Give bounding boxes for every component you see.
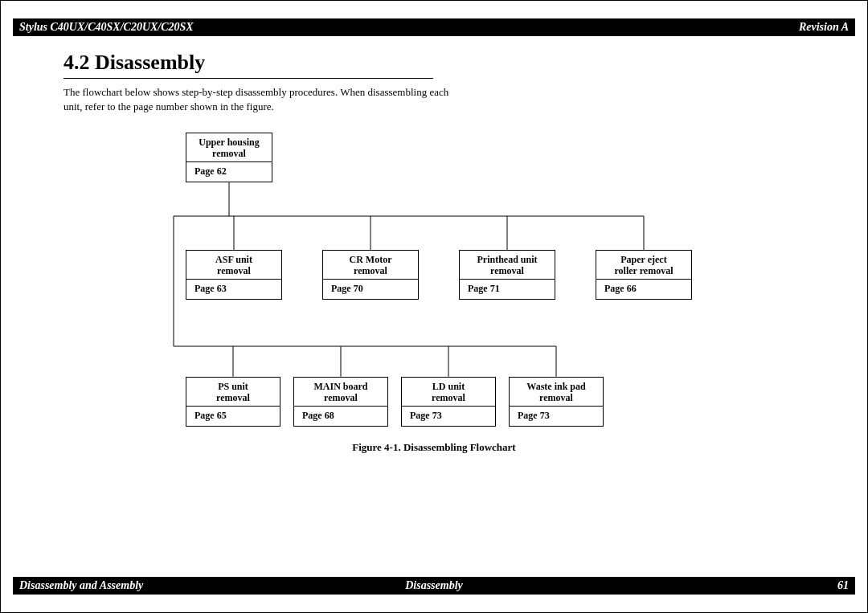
node-page: Page 70: [323, 280, 418, 299]
footer-bar: Disassembly and Assembly Disassembly 61: [13, 577, 855, 595]
node-paper-eject: Paper ejectroller removal Page 66: [596, 250, 692, 300]
title-rule: [63, 78, 433, 79]
node-ld-unit: LD unitremoval Page 73: [401, 377, 496, 427]
node-page: Page 68: [294, 407, 387, 426]
node-page: Page 65: [186, 407, 280, 426]
header-left: Stylus C40UX/C40SX/C20UX/C20SX: [19, 21, 194, 34]
node-title: Paper ejectroller removal: [596, 251, 691, 280]
page: Stylus C40UX/C40SX/C20UX/C20SX Revision …: [0, 0, 868, 613]
node-title: ASF unitremoval: [186, 251, 281, 280]
section-title: 4.2 Disassembly: [63, 51, 205, 75]
header-bar: Stylus C40UX/C40SX/C20UX/C20SX Revision …: [13, 18, 855, 36]
node-title: Upper housingremoval: [186, 133, 272, 162]
footer-left: Disassembly and Assembly: [19, 579, 143, 592]
header-right: Revision A: [799, 21, 849, 34]
node-title: MAIN boardremoval: [294, 378, 387, 407]
node-title: LD unitremoval: [402, 378, 495, 407]
figure-caption: Figure 4-1. Disassembling Flowchart: [1, 441, 867, 454]
node-page: Page 62: [186, 162, 272, 182]
intro-text: The flowchart below shows step-by-step d…: [63, 85, 449, 113]
node-upper-housing: Upper housingremoval Page 62: [186, 133, 272, 182]
node-page: Page 63: [186, 280, 281, 299]
node-page: Page 73: [402, 407, 495, 426]
node-main-board: MAIN boardremoval Page 68: [293, 377, 388, 427]
node-waste-ink: Waste ink padremoval Page 73: [509, 377, 604, 427]
node-title: Printhead unitremoval: [460, 251, 555, 280]
node-title: PS unitremoval: [186, 378, 280, 407]
node-page: Page 66: [596, 280, 691, 299]
node-title: Waste ink padremoval: [510, 378, 603, 407]
node-title: CR Motorremoval: [323, 251, 418, 280]
node-page: Page 73: [510, 407, 603, 426]
footer-center: Disassembly: [405, 579, 463, 592]
node-asf-unit: ASF unitremoval Page 63: [186, 250, 282, 300]
footer-right: 61: [837, 579, 849, 592]
node-ps-unit: PS unitremoval Page 65: [186, 377, 280, 427]
node-cr-motor: CR Motorremoval Page 70: [322, 250, 419, 300]
node-page: Page 71: [460, 280, 555, 299]
node-printhead: Printhead unitremoval Page 71: [459, 250, 555, 300]
